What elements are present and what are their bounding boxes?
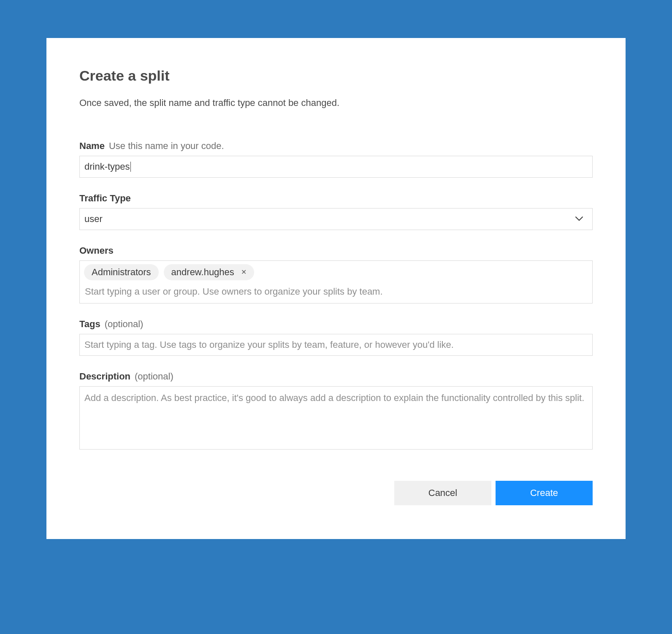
owners-field-group: Owners Administratorsandrew.hughes✕ Star… — [79, 245, 593, 303]
tags-optional-label: (optional) — [105, 319, 144, 330]
owners-label-row: Owners — [79, 245, 593, 256]
description-field-group: Description (optional) — [79, 371, 593, 451]
description-label: Description — [79, 371, 130, 382]
close-icon[interactable]: ✕ — [241, 269, 247, 276]
description-optional-label: (optional) — [135, 371, 173, 382]
tags-label-row: Tags (optional) — [79, 319, 593, 330]
modal-subtitle: Once saved, the split name and traffic t… — [79, 98, 593, 108]
create-button[interactable]: Create — [496, 481, 593, 505]
tags-input[interactable] — [79, 334, 593, 356]
traffic-type-select[interactable]: user — [79, 208, 593, 230]
owners-label: Owners — [79, 245, 114, 256]
name-hint: Use this name in your code. — [109, 141, 224, 152]
name-input-value: drink-types — [84, 161, 130, 172]
name-field-group: Name Use this name in your code. drink-t… — [79, 141, 593, 178]
cancel-button[interactable]: Cancel — [394, 481, 491, 505]
owners-input[interactable]: Administratorsandrew.hughes✕ Start typin… — [79, 260, 593, 303]
traffic-type-label: Traffic Type — [79, 193, 131, 204]
traffic-type-select-wrapper: user — [79, 208, 593, 230]
owner-chip-label: andrew.hughes — [171, 267, 234, 278]
name-label: Name — [79, 141, 105, 152]
text-caret-icon — [130, 162, 131, 172]
owners-hint: Start typing a user or group. Use owners… — [84, 286, 588, 297]
name-input[interactable]: drink-types — [79, 156, 593, 178]
owner-chip-label: Administrators — [92, 267, 151, 278]
owners-chips-row: Administratorsandrew.hughes✕ — [84, 264, 588, 280]
tags-field-group: Tags (optional) — [79, 319, 593, 356]
create-split-modal: Create a split Once saved, the split nam… — [46, 38, 626, 539]
owner-chip[interactable]: Administrators — [84, 264, 159, 280]
owner-chip[interactable]: andrew.hughes✕ — [164, 264, 254, 280]
traffic-type-label-row: Traffic Type — [79, 193, 593, 204]
traffic-type-field-group: Traffic Type user — [79, 193, 593, 230]
button-row: Cancel Create — [79, 481, 593, 505]
description-label-row: Description (optional) — [79, 371, 593, 382]
modal-title: Create a split — [79, 68, 593, 84]
tags-label: Tags — [79, 319, 100, 330]
name-label-row: Name Use this name in your code. — [79, 141, 593, 152]
description-textarea[interactable] — [79, 386, 593, 450]
